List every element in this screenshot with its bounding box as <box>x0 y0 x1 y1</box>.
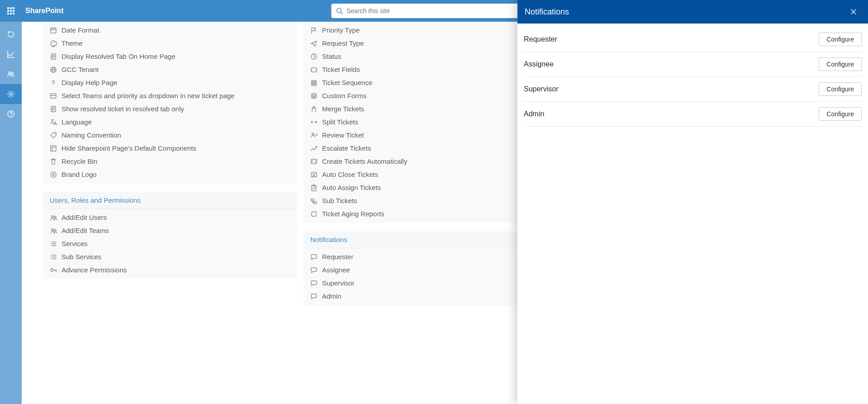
panel-header: Notifications <box>517 0 868 22</box>
search-icon <box>336 7 343 14</box>
close-icon <box>850 8 857 15</box>
search-wrapper <box>331 4 537 18</box>
panel-close-button[interactable] <box>846 5 861 19</box>
panel-title: Notifications <box>525 7 569 17</box>
app-launcher[interactable] <box>0 0 22 22</box>
notifications-panel: Notifications RequesterConfigureAssignee… <box>517 0 868 22</box>
search-box[interactable] <box>331 4 537 18</box>
search-input[interactable] <box>346 7 532 14</box>
brand-label: SharePoint <box>22 7 63 15</box>
waffle-icon <box>7 7 14 14</box>
